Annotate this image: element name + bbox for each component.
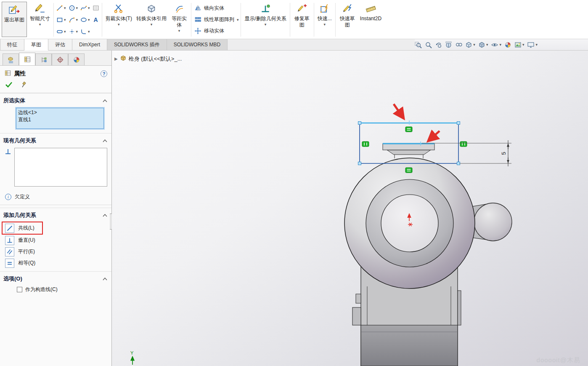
hide-show-items-button[interactable]: ▾: [491, 41, 501, 48]
collapse-chevron-icon[interactable]: [103, 214, 107, 217]
display-delete-relations-button[interactable]: 显示/删除几何关系 ▾: [242, 1, 288, 39]
tab-featuremanager[interactable]: [3, 53, 19, 65]
magnifying-glass-button[interactable]: [455, 41, 462, 48]
relation-marker-top[interactable]: [405, 127, 412, 132]
sketch-text-button[interactable]: A: [91, 14, 101, 26]
relation-marker-bottom[interactable]: [405, 168, 412, 173]
help-icon[interactable]: ?: [101, 70, 107, 77]
spline-tool-button[interactable]: ▾: [79, 2, 91, 14]
dropdown-arrow-icon[interactable]: ▾: [535, 43, 538, 47]
zoom-area-button[interactable]: [425, 41, 432, 48]
repair-sketch-button[interactable]: 修复草图: [291, 1, 313, 39]
previous-view-button[interactable]: [435, 41, 442, 48]
smart-dimension-button[interactable]: 智能尺寸 ▾: [28, 1, 52, 39]
construction-line-checkbox[interactable]: [17, 287, 22, 292]
view-settings-button[interactable]: ▾: [527, 41, 538, 48]
fillet-tool-button[interactable]: ▾: [79, 26, 91, 37]
dropdown-arrow-icon[interactable]: ▾: [39, 23, 41, 27]
tab-sketch[interactable]: 草图: [24, 39, 48, 51]
sketch-picture-button[interactable]: [91, 2, 101, 14]
dropdown-arrow-icon[interactable]: ▾: [88, 18, 90, 22]
dropdown-arrow-icon[interactable]: ▾: [88, 30, 90, 34]
line-tool-button[interactable]: ▾: [55, 2, 67, 14]
collinear-label: 共线(L): [18, 224, 34, 232]
dropdown-arrow-icon[interactable]: ▾: [76, 18, 78, 22]
dropdown-arrow-icon[interactable]: ▾: [76, 6, 78, 10]
dropdown-arrow-icon[interactable]: ▾: [237, 18, 239, 22]
dropdown-arrow-icon[interactable]: ▾: [486, 43, 488, 47]
perpendicular-button[interactable]: 垂直(U): [3, 235, 111, 246]
apply-scene-button[interactable]: ▾: [514, 41, 524, 48]
dropdown-arrow-icon[interactable]: ▾: [324, 23, 326, 27]
rectangle-tool-button[interactable]: ▾: [55, 14, 67, 26]
trim-entities-button[interactable]: 剪裁实体(T) ▾: [103, 1, 134, 39]
ok-button[interactable]: [5, 81, 13, 89]
tab-dimxpert[interactable]: DimXpert: [72, 39, 107, 50]
mirror-entities-button[interactable]: 镜向实体: [193, 3, 236, 14]
section-view-button[interactable]: [445, 41, 452, 48]
ellipse-tool-button[interactable]: ▾: [79, 14, 91, 26]
exit-sketch-button[interactable]: 退出草图: [2, 2, 27, 37]
dropdown-arrow-icon[interactable]: ▾: [522, 43, 524, 47]
flyout-expand-icon[interactable]: ▶: [114, 56, 118, 61]
dropdown-arrow-icon[interactable]: ▾: [64, 18, 66, 22]
pin-button[interactable]: [21, 81, 27, 89]
linear-sketch-pattern-button[interactable]: 线性草图阵列: [193, 14, 236, 25]
collapse-chevron-icon[interactable]: [103, 139, 107, 142]
tab-propertymanager[interactable]: [19, 53, 35, 65]
panel-title: 属性: [14, 70, 26, 77]
selected-entities-list[interactable]: 边线<1> 直线1: [16, 108, 104, 129]
tab-displaymanager[interactable]: [68, 53, 85, 65]
move-entities-button[interactable]: 移动实体: [193, 25, 236, 37]
dropdown-arrow-icon[interactable]: ▾: [118, 23, 120, 27]
view-orientation-button[interactable]: ▾: [465, 41, 475, 48]
tab-evaluate[interactable]: 评估: [48, 39, 72, 50]
dropdown-arrow-icon[interactable]: ▾: [151, 23, 153, 27]
tab-dimxpertmanager[interactable]: [52, 53, 68, 65]
existing-relations-list[interactable]: [14, 148, 107, 187]
selected-entity-item[interactable]: 直线1: [18, 116, 102, 123]
tab-solidworks-addins[interactable]: SOLIDWORKS 插件: [107, 39, 167, 50]
sight-rail[interactable]: [383, 142, 434, 158]
collapse-chevron-icon[interactable]: [103, 99, 107, 102]
dropdown-arrow-icon[interactable]: ▾: [88, 6, 90, 10]
relation-marker-left[interactable]: [362, 142, 369, 147]
convert-entities-button[interactable]: 转换实体引用 ▾: [134, 1, 169, 39]
tab-features[interactable]: 特征: [0, 39, 24, 50]
collinear-button[interactable]: 共线(L): [3, 222, 37, 234]
slot-tool-button[interactable]: ▾: [55, 26, 67, 37]
dropdown-arrow-icon[interactable]: ▾: [265, 23, 267, 27]
ribbon-separator: [335, 3, 336, 37]
rapid-sketch-button[interactable]: 快速草图: [337, 1, 358, 39]
relation-marker-right[interactable]: [460, 142, 467, 147]
options-header[interactable]: 选项(O): [0, 271, 111, 284]
tab-configurationmanager[interactable]: [35, 53, 52, 65]
dropdown-arrow-icon[interactable]: ▾: [473, 43, 475, 47]
tab-solidworks-mbd[interactable]: SOLIDWORKS MBD: [167, 39, 228, 50]
dropdown-arrow-icon[interactable]: ▾: [64, 6, 66, 10]
zoom-fit-button[interactable]: [415, 41, 422, 48]
dropdown-arrow-icon[interactable]: ▾: [499, 43, 501, 47]
point-tool-button[interactable]: ▾: [67, 26, 79, 37]
offset-entities-button[interactable]: 等距实体 ▾: [169, 1, 190, 39]
display-style-button[interactable]: ▾: [478, 41, 488, 48]
dropdown-arrow-icon[interactable]: ▾: [76, 30, 78, 34]
selected-entities-header[interactable]: 所选实体: [0, 93, 111, 106]
dropdown-arrow-icon[interactable]: ▾: [178, 29, 180, 33]
arc-tool-button[interactable]: ▾: [67, 14, 79, 26]
equal-button[interactable]: 相等(Q): [3, 257, 111, 269]
breadcrumb[interactable]: ▶ 枪身 (默认<<默认>_...: [114, 55, 182, 63]
add-relations-header[interactable]: 添加几何关系: [0, 208, 111, 221]
selected-entity-item[interactable]: 边线<1>: [18, 109, 102, 116]
graphics-area[interactable]: 5 Y ▶ 枪身 (默认<<默认>_... dooooit@木易: [112, 51, 588, 366]
edit-appearance-button[interactable]: [504, 41, 511, 48]
construction-line-checkbox-row[interactable]: 作为构造线(C): [0, 284, 111, 293]
parallel-button[interactable]: 平行(E): [3, 246, 111, 257]
dropdown-arrow-icon[interactable]: ▾: [64, 30, 66, 34]
quick-snaps-button[interactable]: 快速... ▾: [315, 1, 334, 39]
circle-tool-button[interactable]: ▾: [67, 2, 79, 14]
instant2d-icon: [366, 2, 376, 15]
existing-relations-header[interactable]: 现有几何关系: [0, 133, 111, 146]
instant2d-button[interactable]: Instant2D: [358, 1, 384, 39]
collapse-chevron-icon[interactable]: [103, 278, 107, 281]
